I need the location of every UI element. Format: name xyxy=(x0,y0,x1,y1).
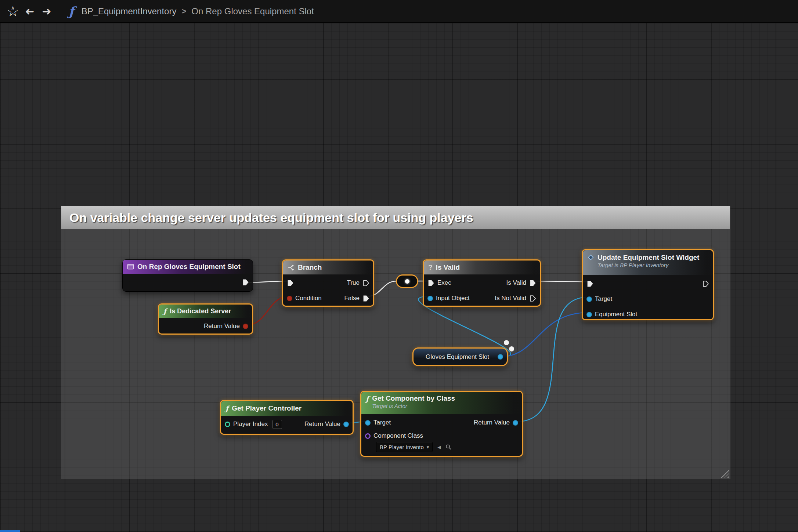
node-is-valid[interactable]: ? Is Valid Exec Is Valid xyxy=(423,259,541,307)
exec-in-pin[interactable] xyxy=(427,280,434,287)
pin-label-target: Target xyxy=(373,419,391,426)
object-target-pin[interactable] xyxy=(586,296,592,302)
exec-true-pin[interactable] xyxy=(362,280,369,287)
object-return-pin[interactable] xyxy=(513,420,518,426)
comment-title: On variable change server updates equipm… xyxy=(69,211,473,225)
forward-arrow-icon: ➜ xyxy=(42,6,51,17)
node-header: Branch xyxy=(283,260,373,274)
node-title: Branch xyxy=(298,263,322,272)
exec-out-pin[interactable] xyxy=(242,279,249,286)
pin-label-exec: Exec xyxy=(437,279,451,287)
breadcrumb-page[interactable]: On Rep Gloves Equipment Slot xyxy=(191,6,314,17)
back-arrow-icon: ➜ xyxy=(25,6,34,17)
node-on-rep-gloves-equipment-slot[interactable]: On Rep Gloves Equipment Slot xyxy=(122,259,253,292)
node-get-component-by-class[interactable]: ƒ Get Component by Class Target is Actor… xyxy=(360,391,523,457)
pin-label-true: True xyxy=(347,279,360,287)
pin-label-component-class: Component Class xyxy=(373,432,423,440)
node-title: On Rep Gloves Equipment Slot xyxy=(137,263,241,271)
component-class-value: BP Player Invento xyxy=(380,444,424,450)
node-title: Get Player Controller xyxy=(232,404,301,412)
class-component-class-pin[interactable] xyxy=(365,433,371,439)
toolbar: ☆ ➜ ➜ ƒ BP_EquipmentInventory > On Rep G… xyxy=(0,0,798,23)
pin-label-condition: Condition xyxy=(295,295,322,302)
favorite-button[interactable]: ☆ xyxy=(4,3,21,20)
node-title: Is Valid xyxy=(436,263,460,272)
component-class-dropdown[interactable]: BP Player Invento ▾ xyxy=(376,442,433,452)
breadcrumb: BP_EquipmentInventory > On Rep Gloves Eq… xyxy=(82,6,314,17)
breadcrumb-chevron-icon: > xyxy=(181,7,186,16)
toolbar-divider xyxy=(62,5,62,18)
pin-label-return-value: Return Value xyxy=(474,419,510,426)
node-update-equipment-slot-widget[interactable]: Update Equipment Slot Widget Target is B… xyxy=(582,249,714,320)
pin-label-is-valid: Is Valid xyxy=(506,279,527,287)
bool-condition-pin[interactable] xyxy=(287,296,292,301)
reroute-node[interactable] xyxy=(396,274,418,288)
node-title: Is Dedicated Server xyxy=(170,307,231,315)
widget-function-icon xyxy=(587,254,594,261)
bool-return-pin[interactable] xyxy=(243,324,248,329)
node-subtitle: Target is BP Player Inventory xyxy=(597,262,699,269)
pin-label-target: Target xyxy=(595,295,612,303)
star-icon: ☆ xyxy=(7,4,19,18)
pin-label-player-index: Player Index xyxy=(233,420,268,428)
function-graph-icon: ƒ xyxy=(69,5,74,18)
object-input-pin[interactable] xyxy=(427,296,433,301)
event-icon xyxy=(127,264,134,270)
bottom-notification-bar xyxy=(0,530,20,532)
node-title: Get Component by Class xyxy=(372,394,455,403)
function-icon: ƒ xyxy=(225,404,228,412)
node-header: On Rep Gloves Equipment Slot xyxy=(123,260,253,274)
use-selected-asset-icon[interactable]: ◄ xyxy=(436,444,442,450)
browse-asset-icon[interactable] xyxy=(445,444,452,450)
exec-isnotvalid-pin[interactable] xyxy=(529,295,536,302)
object-return-pin[interactable] xyxy=(343,422,349,427)
branch-icon xyxy=(288,264,295,271)
comment-resize-handle[interactable] xyxy=(721,470,729,478)
variable-name: Gloves Equipment Slot xyxy=(414,353,498,361)
node-header: ƒ Get Player Controller xyxy=(221,401,353,416)
function-icon: ƒ xyxy=(163,307,166,315)
pin-label-is-not-valid: Is Not Valid xyxy=(495,295,526,302)
chevron-down-icon: ▾ xyxy=(427,444,429,450)
object-target-pin[interactable] xyxy=(365,420,371,426)
pin-label-return-value: Return Value xyxy=(204,323,240,330)
blueprint-editor-window: On variable change server updates equipm… xyxy=(0,0,798,532)
node-gloves-equipment-slot-getter[interactable]: Gloves Equipment Slot xyxy=(412,347,508,366)
question-icon: ? xyxy=(428,263,433,272)
player-index-input[interactable]: 0 xyxy=(272,420,282,429)
object-output-pin[interactable] xyxy=(498,354,503,360)
function-icon: ƒ xyxy=(366,395,369,403)
pin-label-false: False xyxy=(344,295,360,302)
exec-in-pin[interactable] xyxy=(586,280,593,287)
exec-isvalid-pin[interactable] xyxy=(529,280,536,287)
node-header: Update Equipment Slot Widget Target is B… xyxy=(583,250,713,275)
back-button[interactable]: ➜ xyxy=(21,3,38,20)
node-is-dedicated-server[interactable]: ƒ Is Dedicated Server Return Value xyxy=(158,303,253,335)
node-subtitle: Target is Actor xyxy=(372,403,455,410)
pin-label-input-object: Input Object xyxy=(436,295,470,302)
node-get-player-controller[interactable]: ƒ Get Player Controller Player Index 0 R… xyxy=(220,400,354,435)
pin-label-return-value: Return Value xyxy=(304,420,340,428)
exec-out-pin[interactable] xyxy=(702,280,709,287)
node-branch[interactable]: Branch True Condition xyxy=(282,259,374,307)
node-title: Update Equipment Slot Widget xyxy=(597,253,699,262)
exec-false-pin[interactable] xyxy=(362,295,369,302)
comment-header[interactable]: On variable change server updates equipm… xyxy=(61,206,730,229)
node-header: ƒ Is Dedicated Server xyxy=(159,305,252,318)
node-header: ? Is Valid xyxy=(424,260,540,274)
exec-in-pin[interactable] xyxy=(287,280,294,287)
reroute-pin[interactable] xyxy=(405,279,409,284)
int-player-index-pin[interactable] xyxy=(225,422,230,427)
object-equipment-slot-pin[interactable] xyxy=(586,312,592,317)
forward-button[interactable]: ➜ xyxy=(38,3,55,20)
breadcrumb-blueprint[interactable]: BP_EquipmentInventory xyxy=(82,6,177,17)
pin-label-equipment-slot: Equipment Slot xyxy=(595,311,637,318)
node-header: ƒ Get Component by Class Target is Actor xyxy=(361,392,522,414)
